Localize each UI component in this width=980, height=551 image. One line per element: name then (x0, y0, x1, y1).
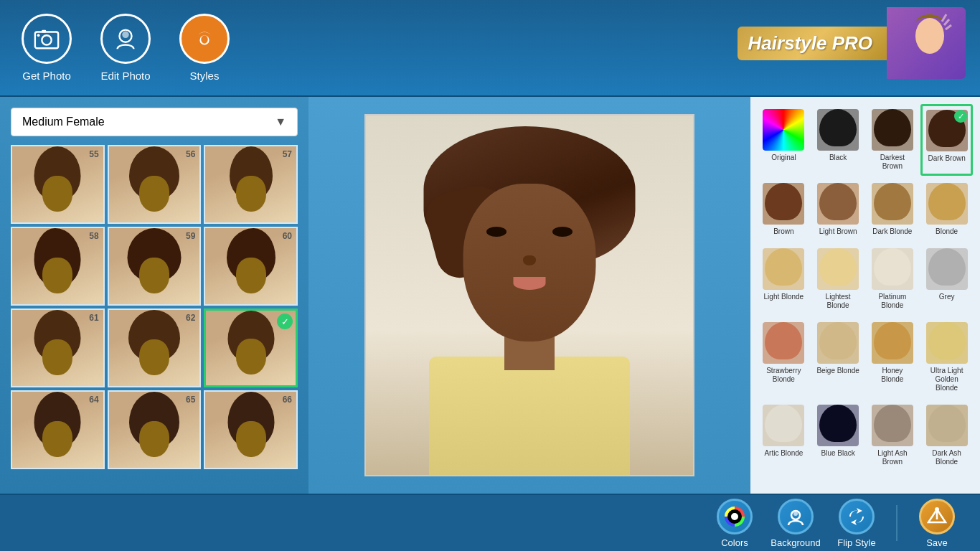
artic-blonde-label: Artic Blonde (764, 449, 803, 458)
dark-blonde-label: Dark Blonde (872, 227, 912, 236)
style-57[interactable]: 57 (204, 145, 298, 224)
ultra-light-golden-blonde-swatch-img (926, 322, 968, 364)
color-lightest-blonde[interactable]: Lightest Blonde (812, 243, 864, 315)
honey-blonde-label: Honey Blonde (870, 367, 915, 384)
woman-illustration (366, 116, 693, 475)
style-category-dropdown[interactable]: Medium Female ▼ (11, 108, 298, 136)
get-photo-label: Get Photo (22, 70, 71, 82)
color-brown[interactable]: Brown (758, 178, 810, 241)
selected-checkmark: ✓ (277, 314, 293, 329)
color-grid: Original Black Darkest Brown (758, 104, 973, 471)
original-swatch-img (763, 109, 804, 151)
color-dark-brown[interactable]: Dark Brown (920, 104, 973, 176)
flip-style-button[interactable]: Flip Style (828, 499, 885, 548)
grey-label: Grey (939, 293, 955, 301)
colors-label: Colors (721, 537, 748, 548)
toolbar-divider (896, 505, 897, 541)
eyes (486, 227, 573, 237)
color-black[interactable]: Black (812, 104, 864, 176)
style-64[interactable]: 64 (11, 390, 105, 469)
darkest-brown-label: Darkest Brown (870, 154, 915, 171)
light-ash-brown-label: Light Ash Brown (870, 449, 915, 466)
light-brown-label: Light Brown (819, 227, 857, 236)
dark-ash-blonde-label: Dark Ash Blonde (924, 449, 969, 466)
color-dark-ash-blonde[interactable]: Dark Ash Blonde (920, 400, 973, 471)
color-blue-black[interactable]: Blue Black (812, 400, 864, 471)
style-58[interactable]: 58 (11, 227, 105, 306)
color-beige-blonde[interactable]: Beige Blonde (812, 317, 864, 397)
color-light-blonde[interactable]: Light Blonde (758, 243, 810, 315)
blue-black-swatch-img (817, 405, 859, 446)
center-panel (308, 97, 750, 494)
logo-illustration (887, 7, 966, 79)
lightest-blonde-label: Lightest Blonde (816, 293, 861, 310)
svg-point-14 (935, 507, 939, 512)
style-59[interactable]: 59 (108, 227, 202, 306)
svg-rect-2 (42, 30, 46, 33)
color-strawberry-blonde[interactable]: Strawberry Blonde (758, 317, 810, 397)
dark-brown-swatch-img (926, 110, 968, 151)
color-blonde[interactable]: Blonde (920, 178, 973, 241)
style-66[interactable]: 66 (204, 390, 298, 469)
artic-blonde-swatch-img (763, 405, 804, 446)
lightest-blonde-swatch-img (817, 248, 859, 290)
dark-blonde-swatch-img (872, 183, 913, 225)
bottom-toolbar: Colors Background Flip Style (0, 494, 980, 551)
color-light-brown[interactable]: Light Brown (812, 178, 864, 241)
header: Get Photo Edit Photo Styles Hairstyle PR… (0, 0, 980, 97)
style-65[interactable]: 65 (108, 390, 202, 469)
platinum-blonde-swatch-img (872, 248, 913, 290)
save-button[interactable]: Save (908, 499, 966, 548)
style-61[interactable]: 61 (11, 309, 105, 387)
style-56[interactable]: 56 (108, 145, 202, 224)
right-panel: Original Black Darkest Brown (750, 97, 980, 494)
flip-style-label: Flip Style (837, 537, 875, 548)
nav-styles[interactable]: Styles (179, 14, 230, 82)
svg-point-3 (37, 34, 40, 37)
save-icon (919, 499, 955, 534)
strawberry-blonde-label: Strawberry Blonde (761, 367, 806, 384)
color-grey[interactable]: Grey (920, 243, 973, 315)
color-original[interactable]: Original (758, 104, 810, 176)
dark-ash-blonde-swatch-img (926, 405, 968, 446)
colors-button[interactable]: Colors (706, 499, 763, 548)
app-title: Hairstyle PRO (738, 27, 887, 60)
background-button[interactable]: Background (767, 499, 824, 548)
blue-black-label: Blue Black (821, 449, 855, 458)
light-brown-swatch-img (817, 183, 859, 225)
style-63[interactable]: ✓ (204, 309, 298, 387)
color-artic-blonde[interactable]: Artic Blonde (758, 400, 810, 471)
svg-point-1 (42, 35, 51, 44)
blonde-label: Blonde (936, 227, 958, 236)
beige-blonde-label: Beige Blonde (816, 367, 859, 375)
platinum-blonde-label: Platinum Blonde (870, 293, 915, 310)
mouth (514, 277, 546, 290)
nav-get-photo[interactable]: Get Photo (22, 14, 72, 82)
color-honey-blonde[interactable]: Honey Blonde (867, 317, 919, 397)
background-label: Background (771, 537, 820, 548)
ultra-light-golden-blonde-label: Ultra Light Golden Blonde (924, 367, 969, 392)
body (429, 357, 630, 475)
color-dark-blonde[interactable]: Dark Blonde (867, 178, 919, 241)
background-icon (778, 499, 814, 534)
get-photo-icon (22, 14, 72, 64)
svg-point-7 (201, 35, 208, 43)
color-light-ash-brown[interactable]: Light Ash Brown (867, 400, 919, 471)
brown-swatch-img (763, 183, 804, 225)
style-62[interactable]: 62 (108, 309, 202, 387)
style-55[interactable]: 55 (11, 145, 105, 224)
styles-label: Styles (190, 70, 220, 82)
flip-style-icon (839, 499, 875, 534)
nav-edit-photo[interactable]: Edit Photo (100, 14, 151, 82)
main-content: Medium Female ▼ 55 56 57 58 5 (0, 97, 980, 494)
honey-blonde-swatch-img (872, 322, 913, 364)
color-ultra-light-golden-blonde[interactable]: Ultra Light Golden Blonde (920, 317, 973, 397)
style-60[interactable]: 60 (204, 227, 298, 306)
color-platinum-blonde[interactable]: Platinum Blonde (867, 243, 919, 315)
color-darkest-brown[interactable]: Darkest Brown (867, 104, 919, 176)
black-swatch-img (817, 109, 859, 151)
nose (523, 255, 536, 265)
preview-photo (364, 114, 694, 476)
black-label: Black (829, 154, 847, 162)
grey-swatch-img (926, 248, 968, 290)
